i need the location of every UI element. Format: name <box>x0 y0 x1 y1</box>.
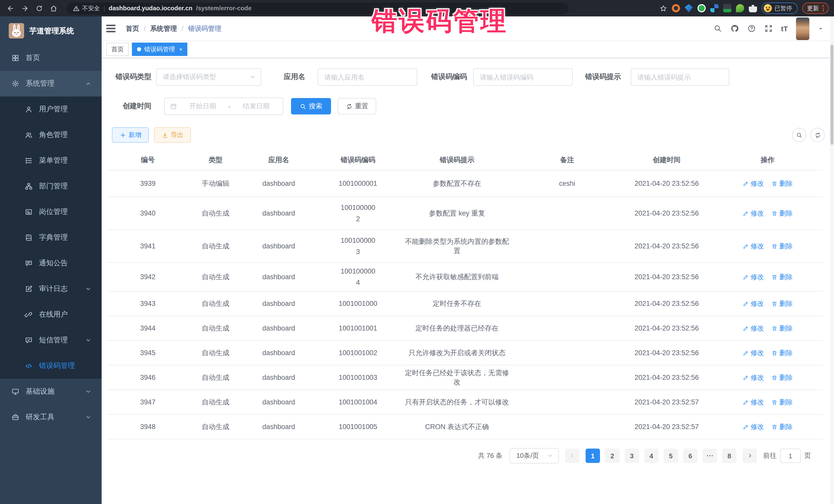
extension-icon-6[interactable] <box>736 4 744 12</box>
scrollbar-thumb[interactable] <box>830 45 833 145</box>
paused-label: 已暂停 <box>774 4 792 12</box>
edit-link[interactable]: 修改 <box>742 241 764 251</box>
trash-icon <box>771 424 777 430</box>
edit-link[interactable]: 修改 <box>742 272 764 282</box>
sidebar-item-菜单管理[interactable]: 菜单管理 <box>0 148 102 174</box>
browser-back-icon[interactable] <box>5 3 15 13</box>
user-avatar[interactable] <box>796 17 809 40</box>
delete-link[interactable]: 删除 <box>771 397 793 407</box>
table-row: 3942自动生成dashboard100100000 4不允许获取敏感配置到前端… <box>107 263 823 291</box>
refresh-table-button[interactable] <box>810 128 825 142</box>
page-button-8[interactable]: 8 <box>722 448 737 463</box>
edit-link[interactable]: 修改 <box>742 397 764 407</box>
delete-link[interactable]: 删除 <box>771 241 793 251</box>
window-scrollbar[interactable] <box>830 17 834 504</box>
not-secure-badge[interactable]: 不安全 <box>73 4 100 12</box>
browser-update-button[interactable]: 更新 <box>802 3 829 14</box>
delete-link[interactable]: 删除 <box>771 179 793 188</box>
edit-link[interactable]: 修改 <box>742 209 764 218</box>
tag-首页[interactable]: 首页 <box>106 43 129 56</box>
sidebar-item-首页[interactable]: 首页 <box>0 45 102 71</box>
edit-link[interactable]: 修改 <box>742 422 764 431</box>
reset-button[interactable]: 重置 <box>338 98 376 114</box>
browser-menu-icon[interactable] <box>822 5 824 11</box>
browser-home-icon[interactable] <box>48 3 59 13</box>
extension-icon-7[interactable] <box>749 4 757 12</box>
edit-link[interactable]: 修改 <box>742 179 764 188</box>
sidebar-item-系统管理[interactable]: 系统管理 <box>0 71 102 96</box>
fullscreen-icon[interactable] <box>764 24 773 33</box>
extension-icon-5[interactable] <box>723 4 731 12</box>
toggle-search-button[interactable] <box>792 128 806 142</box>
page-button-3[interactable]: 3 <box>624 448 639 463</box>
delete-link[interactable]: 删除 <box>771 324 793 333</box>
cell-code: 100100000 2 <box>314 202 401 224</box>
error-code-input[interactable] <box>473 68 573 86</box>
page-button-4[interactable]: 4 <box>644 448 658 463</box>
page-ellipsis[interactable] <box>703 448 717 463</box>
sidebar-item-短信管理[interactable]: 短信管理 <box>0 327 102 353</box>
sidebar-collapse-icon[interactable] <box>106 23 117 34</box>
export-button[interactable]: 导出 <box>154 127 191 143</box>
delete-link[interactable]: 删除 <box>771 272 793 282</box>
sidebar-item-基础设施[interactable]: 基础设施 <box>0 379 102 404</box>
sidebar-item-错误码管理[interactable]: 错误码管理 <box>0 353 102 379</box>
add-button[interactable]: 新增 <box>112 127 149 143</box>
page-size-select[interactable]: 10条/页 <box>510 448 559 463</box>
sidebar-item-用户管理[interactable]: 用户管理 <box>0 96 102 122</box>
extension-icon-1[interactable] <box>672 4 680 12</box>
sidebar-item-审计日志[interactable]: 审计日志 <box>0 276 102 302</box>
sidebar-item-研发工具[interactable]: 研发工具 <box>0 404 102 430</box>
extension-icon-4[interactable] <box>710 4 719 12</box>
error-hint-input[interactable] <box>631 68 729 86</box>
browser-reload-icon[interactable] <box>34 3 44 13</box>
bookmark-star-icon[interactable] <box>659 4 667 12</box>
breadcrumb-item[interactable]: 系统管理 <box>150 24 177 33</box>
edit-link[interactable]: 修改 <box>742 324 764 333</box>
next-page-button[interactable] <box>743 448 757 463</box>
browser-forward-icon[interactable] <box>20 3 30 13</box>
delete-link[interactable]: 删除 <box>771 209 793 218</box>
user-menu-caret-icon[interactable] <box>817 25 824 31</box>
error-type-select[interactable]: 请选择错误码类型 <box>156 68 261 86</box>
tag-错误码管理[interactable]: 错误码管理× <box>132 43 188 56</box>
chevron-up-icon <box>85 81 91 87</box>
edit-link[interactable]: 修改 <box>742 299 764 308</box>
sidebar-item-岗位管理[interactable]: 岗位管理 <box>0 199 102 225</box>
page-button-5[interactable]: 5 <box>664 448 678 463</box>
app-name-input[interactable] <box>318 68 417 86</box>
extension-icon-3[interactable] <box>698 4 706 12</box>
delete-link[interactable]: 删除 <box>771 422 793 431</box>
cell-type: 自动生成 <box>188 373 243 382</box>
delete-link[interactable]: 删除 <box>771 299 793 308</box>
edit-link[interactable]: 修改 <box>742 348 764 357</box>
sidebar-item-部门管理[interactable]: 部门管理 <box>0 174 102 199</box>
prev-page-button[interactable] <box>565 448 579 463</box>
page-button-6[interactable]: 6 <box>683 448 698 463</box>
tags-view-bar: 首页错误码管理× <box>102 41 830 58</box>
cell-time: 2021-04-20 23:52:57 <box>621 423 712 431</box>
sidebar-item-字典管理[interactable]: 字典管理 <box>0 225 102 250</box>
user-icon <box>25 105 33 113</box>
profile-paused-badge[interactable]: 已暂停 <box>762 3 797 14</box>
goto-page-input[interactable] <box>780 448 800 463</box>
close-tag-icon[interactable]: × <box>179 46 182 52</box>
breadcrumb-item[interactable]: 首页 <box>126 24 139 33</box>
cell-time: 2021-04-20 23:52:56 <box>621 324 712 332</box>
header-search-icon[interactable] <box>714 24 722 33</box>
github-icon[interactable] <box>730 24 739 33</box>
page-button-2[interactable]: 2 <box>605 448 619 463</box>
extension-icon-2[interactable] <box>685 4 693 12</box>
date-range-picker[interactable]: 开始日期 - 结束日期 <box>164 97 283 115</box>
trash-icon <box>771 374 777 380</box>
delete-link[interactable]: 删除 <box>771 373 793 382</box>
help-icon[interactable] <box>747 24 756 33</box>
sidebar-item-通知公告[interactable]: 通知公告 <box>0 250 102 276</box>
font-size-icon[interactable]: tT <box>781 24 788 32</box>
delete-link[interactable]: 删除 <box>771 348 793 357</box>
sidebar-item-角色管理[interactable]: 角色管理 <box>0 122 102 148</box>
search-button[interactable]: 搜索 <box>291 98 331 114</box>
edit-link[interactable]: 修改 <box>742 373 764 382</box>
page-button-1[interactable]: 1 <box>586 448 600 463</box>
sidebar-item-在线用户[interactable]: 在线用户 <box>0 302 102 327</box>
